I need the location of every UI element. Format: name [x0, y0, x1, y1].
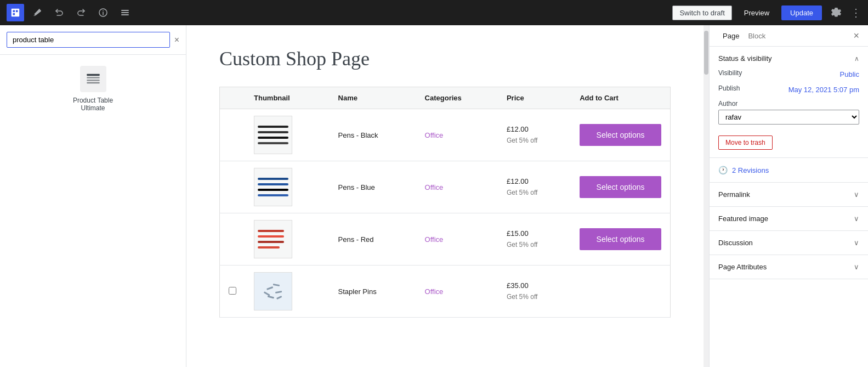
author-select[interactable]: rafav — [718, 110, 859, 125]
author-field: Author rafav — [718, 100, 859, 125]
product-image — [254, 272, 292, 310]
add-to-cart-cell: Select options — [571, 109, 670, 161]
category-link[interactable]: Office — [425, 131, 444, 139]
svg-rect-0 — [12, 9, 19, 16]
more-options-icon[interactable]: ⋮ — [850, 6, 861, 19]
category-link[interactable]: Office — [425, 235, 444, 244]
svg-rect-28 — [264, 291, 270, 296]
page-title: Custom Shop Page — [219, 47, 671, 70]
revisions-icon: 🕐 — [718, 166, 728, 174]
svg-rect-24 — [258, 241, 284, 243]
select-options-button[interactable]: Select options — [580, 176, 661, 198]
svg-rect-3 — [13, 13, 15, 15]
select-options-button[interactable]: Select options — [580, 228, 661, 250]
svg-rect-12 — [87, 80, 99, 81]
search-input[interactable]: product table — [7, 32, 170, 48]
visibility-value[interactable]: Public — [840, 70, 859, 78]
product-price: £15.00 Get 5% off — [498, 213, 571, 266]
status-visibility-header[interactable]: Status & visibility ∧ — [718, 54, 859, 63]
revisions-row[interactable]: 🕐 2 Revisions — [718, 166, 859, 174]
settings-icon[interactable] — [827, 4, 845, 21]
product-name: Pens - Red — [330, 213, 416, 266]
left-panel: product table × Product TableUltimate — [0, 25, 186, 367]
checkbox-cell — [220, 161, 246, 213]
price-note: Get 5% off — [507, 240, 562, 250]
row-checkbox[interactable] — [229, 287, 236, 295]
svg-rect-8 — [121, 12, 129, 13]
product-price: £12.00 Get 5% off — [498, 109, 571, 161]
col-add-to-cart: Add to Cart — [571, 87, 670, 109]
svg-point-6 — [103, 10, 104, 12]
permalink-section[interactable]: Permalink ∨ — [710, 183, 868, 207]
svg-rect-15 — [258, 131, 288, 133]
thumbnail-cell — [245, 161, 330, 213]
scroll-thumb[interactable] — [704, 31, 708, 75]
discussion-section[interactable]: Discussion ∨ — [710, 231, 868, 255]
list-view-icon[interactable] — [116, 4, 134, 21]
col-name: Name — [330, 87, 416, 109]
undo-icon[interactable] — [50, 4, 68, 21]
sidebar-close-button[interactable]: × — [853, 25, 859, 46]
product-image — [254, 168, 292, 206]
col-checkbox — [220, 87, 246, 109]
revisions-link[interactable]: 2 Revisions — [732, 166, 769, 174]
search-clear-button[interactable]: × — [174, 35, 179, 45]
redo-icon[interactable] — [72, 4, 90, 21]
col-thumbnail: Thumbnail — [245, 87, 330, 109]
preview-button[interactable]: Preview — [737, 6, 776, 20]
svg-rect-31 — [276, 296, 282, 300]
category-link[interactable]: Office — [425, 183, 444, 191]
switch-to-draft-button[interactable]: Switch to draft — [672, 5, 731, 20]
publish-label: Publish — [718, 84, 740, 92]
product-table: Thumbnail Name Categories Price Add to C… — [219, 87, 671, 318]
svg-rect-21 — [258, 194, 288, 196]
revisions-section: 🕐 2 Revisions — [710, 158, 868, 183]
product-category: Office — [416, 109, 498, 161]
checkbox-cell — [220, 213, 246, 266]
update-button[interactable]: Update — [781, 5, 822, 20]
svg-rect-17 — [258, 142, 288, 144]
featured-image-section[interactable]: Featured image ∨ — [710, 207, 868, 231]
info-icon[interactable] — [94, 4, 112, 21]
scrollbar[interactable] — [704, 25, 709, 367]
svg-rect-2 — [16, 10, 18, 13]
product-name: Pens - Blue — [330, 161, 416, 213]
tab-block[interactable]: Block — [744, 25, 770, 47]
category-link[interactable]: Office — [425, 287, 444, 296]
product-table-block-icon[interactable] — [80, 66, 106, 92]
publish-value[interactable]: May 12, 2021 5:07 pm — [788, 86, 859, 94]
product-price: £35.00 Get 5% off — [498, 266, 571, 318]
sidebar-tabs: Page Block × — [710, 25, 868, 47]
product-category: Office — [416, 266, 498, 318]
edit-icon[interactable] — [29, 4, 46, 21]
svg-rect-23 — [258, 235, 284, 238]
discussion-title: Discussion — [718, 239, 753, 247]
visibility-label: Visibility — [718, 69, 742, 77]
wp-logo-icon[interactable] — [7, 4, 24, 21]
permalink-chevron: ∨ — [854, 190, 859, 199]
col-categories: Categories — [416, 87, 498, 109]
thumbnail-cell — [245, 109, 330, 161]
price-note: Get 5% off — [507, 188, 562, 198]
page-attributes-title: Page Attributes — [718, 263, 767, 271]
svg-rect-26 — [266, 286, 273, 290]
svg-rect-30 — [268, 295, 274, 298]
block-label: Product TableUltimate — [73, 97, 113, 112]
page-attributes-section[interactable]: Page Attributes ∨ — [710, 255, 868, 279]
table-row: Pens - Red Office £15.00 Get 5% off Sele… — [220, 213, 671, 266]
status-visibility-title: Status & visibility — [718, 54, 772, 63]
svg-rect-18 — [258, 178, 288, 180]
topbar: Switch to draft Preview Update ⋮ — [0, 0, 868, 25]
main-layout: product table × Product TableUltimate Cu… — [0, 0, 868, 367]
collapse-chevron: ∧ — [854, 55, 859, 63]
product-name: Stapler Pins — [330, 266, 416, 318]
page-attributes-chevron: ∨ — [854, 263, 859, 271]
svg-rect-20 — [258, 189, 288, 191]
svg-rect-14 — [258, 126, 288, 128]
select-options-button[interactable]: Select options — [580, 124, 661, 146]
checkbox-cell[interactable] — [220, 266, 246, 318]
add-to-cart-cell: Select options — [571, 213, 670, 266]
move-to-trash-button[interactable]: Move to trash — [718, 135, 773, 150]
tab-page[interactable]: Page — [718, 25, 744, 47]
product-category: Office — [416, 161, 498, 213]
